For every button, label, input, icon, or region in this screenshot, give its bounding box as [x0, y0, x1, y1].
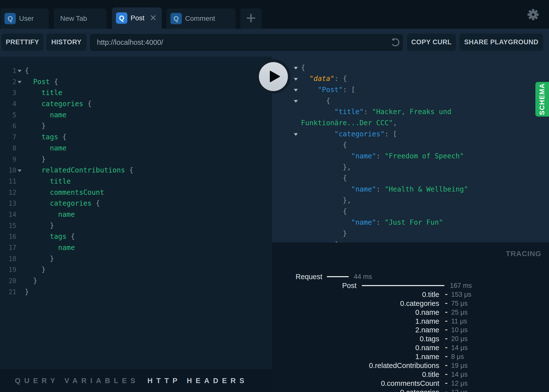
tracing-duration-bar	[445, 312, 447, 313]
tracing-row-label: 2.name	[266, 325, 439, 334]
code-token: "name"	[301, 218, 376, 226]
tracing-duration-bar	[327, 276, 349, 277]
response-code: "name": "Freedom of Speech"	[301, 151, 464, 162]
tracing-duration-bar	[445, 374, 447, 375]
play-icon	[259, 62, 288, 91]
fold-arrow-icon[interactable]	[294, 100, 298, 103]
response-code: "name": "Just For Fun"	[301, 217, 443, 228]
code-token: {	[96, 199, 100, 207]
response-line: {	[272, 173, 549, 184]
reload-button[interactable]	[390, 37, 401, 48]
fold-arrow-icon[interactable]	[294, 89, 298, 92]
tab-user[interactable]: QUser	[0, 8, 49, 29]
schema-side-tab[interactable]: SCHEMA	[535, 82, 549, 117]
response-code: "Post": [	[301, 84, 355, 96]
query-line: 4 categories {	[0, 98, 272, 110]
query-line: 14 name	[0, 209, 272, 220]
response-code: {	[301, 206, 347, 217]
query-code: tags {	[25, 132, 67, 143]
response-line: "Post": [	[272, 84, 549, 96]
code-token: Funktionäre...Der CCC"	[301, 119, 393, 127]
http-headers-tab[interactable]: HTTP HEADERS	[147, 369, 248, 392]
fold-arrow-icon[interactable]	[18, 81, 22, 83]
tracing-row-label: 0.categories	[266, 388, 439, 392]
schema-tab-label: SCHEMA	[538, 83, 546, 115]
code-token: "data"	[301, 74, 334, 83]
copy-curl-button[interactable]: COPY CURL	[407, 34, 456, 51]
plus-icon	[246, 13, 256, 24]
code-token: categories	[25, 100, 87, 108]
line-number: 15	[0, 220, 16, 231]
line-number: 5	[0, 110, 16, 121]
code-token: {	[301, 141, 347, 149]
code-token: name	[25, 144, 67, 152]
tracing-row-label: 0.name	[266, 308, 439, 317]
tracing-row-label: 0.categories	[266, 299, 439, 308]
query-editor-lines: 1{2 Post {3 title4 categories {5 name6 }…	[0, 65, 272, 297]
code-token: :	[376, 218, 384, 226]
response-pane: { "data": { "Post": [ { "title": "Hacker…	[272, 57, 549, 243]
fold-arrow-icon[interactable]	[294, 133, 298, 136]
endpoint-url-input[interactable]	[90, 34, 403, 51]
query-line: 16 tags {	[0, 231, 272, 242]
response-line: "title": "Hacker, Freaks und	[272, 106, 549, 118]
query-line: 15 }	[0, 220, 272, 231]
query-code: {	[25, 65, 29, 76]
line-number: 3	[0, 87, 16, 98]
query-editor-pane[interactable]: 1{2 Post {3 title4 categories {5 name6 }…	[0, 57, 272, 369]
tracing-row-label: 1.name	[266, 317, 439, 326]
response-code: ]	[301, 239, 339, 243]
add-tab-button[interactable]	[240, 8, 262, 29]
code-token: commentsCount	[25, 188, 104, 196]
history-button[interactable]: HISTORY	[46, 34, 86, 51]
response-line: },	[272, 195, 549, 206]
response-line: {	[272, 96, 549, 107]
query-code: title	[25, 176, 71, 187]
prettify-button[interactable]: PRETTIFY	[1, 34, 43, 51]
settings-button[interactable]	[527, 9, 539, 20]
tracing-duration-value: 12 μs	[451, 379, 468, 388]
tracing-row-label: 1.name	[266, 352, 439, 361]
response-code: "name": "Health & Wellbeing"	[301, 184, 468, 195]
response-line: },	[272, 162, 549, 173]
code-token: title	[25, 89, 62, 97]
fold-arrow-icon[interactable]	[18, 170, 22, 172]
query-variables-tab[interactable]: QUERY VARIABLES	[15, 369, 139, 392]
tab-comment[interactable]: QComment	[166, 8, 236, 29]
code-token: :	[364, 108, 372, 116]
query-code: Post {	[25, 76, 58, 88]
query-code: }	[25, 154, 46, 165]
response-line: {	[272, 206, 549, 217]
tracing-duration-value: 10 μs	[451, 325, 468, 334]
line-number: 7	[0, 132, 16, 143]
response-line: ]	[272, 239, 549, 243]
line-number: 19	[0, 264, 16, 275]
code-token: {	[62, 133, 67, 141]
code-token: }	[25, 155, 46, 163]
line-number: 13	[0, 198, 16, 209]
query-code: }	[25, 275, 37, 287]
tab-new-tab[interactable]: New Tab	[54, 8, 107, 29]
tab-post[interactable]: QPost	[112, 7, 162, 29]
fold-arrow-icon[interactable]	[294, 67, 298, 70]
execute-query-button[interactable]	[256, 59, 291, 94]
code-token: :	[376, 152, 384, 160]
share-playground-button[interactable]: SHARE PLAYGROUND	[460, 34, 543, 51]
tab-label: Comment	[185, 15, 215, 23]
fold-arrow-icon[interactable]	[18, 70, 22, 72]
line-number: 9	[0, 154, 16, 165]
tracing-row-label: 0.relatedContributions	[266, 361, 439, 370]
code-token: "categories"	[301, 130, 384, 138]
code-token: {	[301, 97, 330, 105]
query-line: 8 name	[0, 143, 272, 154]
code-token: }	[25, 277, 37, 285]
tracing-duration-value: 25 μs	[451, 308, 468, 317]
tracing-duration-value: 12 μs	[451, 388, 468, 392]
code-token: {	[301, 207, 347, 216]
editor-bottom-bar: QUERY VARIABLES HTTP HEADERS	[0, 369, 272, 392]
fold-arrow-icon[interactable]	[294, 78, 298, 81]
query-line: 3 title	[0, 87, 272, 98]
tracing-duration-bar	[362, 285, 444, 286]
close-tab-button[interactable]	[150, 15, 156, 22]
query-code: commentsCount	[25, 187, 104, 198]
